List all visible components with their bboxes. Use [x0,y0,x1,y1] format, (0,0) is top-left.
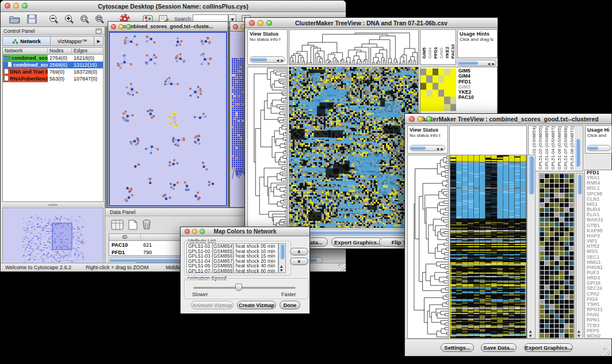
col-nodes[interactable]: Nodes [48,48,72,54]
tv1-column-dendrogram[interactable] [289,29,419,65]
tv1-button-export-graphics[interactable]: Export Graphics... [331,237,384,247]
tv2-button-save-data[interactable]: Save Data... [481,343,517,352]
tv2-status-scrollbar[interactable]: ◀ ▶ [410,145,445,151]
zoom-button[interactable] [200,229,205,234]
heatmap-cell[interactable] [444,83,450,90]
dialog-button-done[interactable]: Done [280,301,300,309]
minimize-button[interactable] [192,229,197,234]
tv2-button-export-graphics[interactable]: Export Graphics... [524,343,573,352]
tv2-heatmap[interactable] [450,155,527,339]
scroll-up-icon[interactable]: ▲ [577,329,580,333]
attribute-list-scrollbar[interactable]: ▲ ▼ [278,243,286,273]
heatmap-cell[interactable] [433,97,438,104]
tv2-column-label[interactable]: GPL51-04 (GSM857) [550,127,556,170]
zoom-button[interactable] [126,24,131,29]
scroll-down-icon[interactable]: ▼ [280,268,283,272]
heatmap-cell[interactable] [450,90,456,97]
close-button[interactable] [185,229,190,234]
scroll-left-icon[interactable]: ◀ [276,58,279,62]
scroll-up-icon[interactable]: ▲ [529,329,532,333]
dialog-button-animate-vizmap[interactable]: Animate Vizmap [191,301,234,309]
tv1-column-label[interactable]: PAC10 [450,31,456,59]
scroll-left-icon[interactable]: ◀ [436,147,439,151]
tv2-column-label[interactable]: GPL51-02 (GSM855) [538,127,543,170]
scroll-left-icon[interactable]: ◀ [487,62,490,66]
scroll-up-icon[interactable]: ▲ [280,264,283,268]
heatmap-cell[interactable] [450,75,456,82]
zoom-in-icon[interactable] [63,14,75,25]
tv2-gene-list[interactable]: PFD1YRA1RNR4MSL1SPC98CLN1NIS1BUD4ELG1MAK… [584,170,612,339]
attribute-table-icon[interactable] [111,220,123,230]
tv1-status-scrollbar[interactable]: ◀ ▶ [250,56,285,63]
dialog-titlebar[interactable]: Map Colors to Network [181,227,309,236]
dialog-button-create-vizmap[interactable]: Create Vizmap [237,301,276,309]
save-icon[interactable] [26,14,37,25]
tv1-column-label[interactable]: PFD1 [433,31,438,59]
heatmap-cell[interactable] [426,75,432,82]
birdseye-view[interactable] [2,208,104,266]
heatmap-cell[interactable] [438,90,444,97]
minimize-button[interactable] [118,24,124,29]
heatmap-cell[interactable] [420,90,426,97]
heatmap-cell[interactable] [438,83,444,90]
new-attribute-icon[interactable] [127,220,139,230]
open-folder-icon[interactable] [9,14,20,25]
tab-network[interactable]: Network [2,36,51,46]
tv2-submatrix-scrollbar[interactable]: ▲ ▼ [576,173,583,339]
float-panel-icon[interactable] [95,28,102,34]
heatmap-cell[interactable] [426,97,432,104]
heatmap-cell[interactable] [426,90,432,97]
tv1-column-label[interactable]: GIM3 [439,31,444,59]
heatmap-cell[interactable] [450,68,456,75]
heatmap-cell[interactable] [433,75,438,82]
heatmap-cell[interactable] [420,104,426,111]
tv2-column-label[interactable]: GPL51-06 (GSM865) [557,127,562,170]
heatmap-cell[interactable] [420,75,426,82]
attribute-list-item[interactable]: GPL51-07 (GSM868) heat shock 60 min [187,269,278,273]
tab-vizmapper[interactable]: VizMapper™ [51,36,94,46]
resize-grip[interactable] [603,348,610,355]
heatmap-cell[interactable] [420,83,426,90]
treeview2-titlebar[interactable]: ClusterMaker TreeView : combined_scores_… [405,114,611,124]
close-button[interactable] [5,3,10,9]
close-button[interactable] [233,24,238,29]
heatmap-cell[interactable] [450,97,456,104]
minimize-button[interactable] [418,116,423,122]
tv2-column-label[interactable]: GPL51-08 (GSM872) [569,127,575,170]
heatmap-cell[interactable] [426,104,432,111]
speed-slider-thumb[interactable] [235,283,242,291]
network-window-titlebar[interactable]: combined_scores_good.txt--cluste... [108,22,228,32]
heatmap-cell[interactable] [438,68,444,75]
tv1-heatmap[interactable] [289,67,419,228]
move-down-button[interactable]: ∨ [290,258,308,265]
tv2-column-label[interactable]: GPL51-03 (GSM856) [544,127,549,170]
heatmap-cell[interactable] [450,104,456,111]
resize-grip[interactable] [338,264,345,271]
tv2-submatrix[interactable] [539,173,575,339]
panel-splitter[interactable] [2,203,104,207]
heatmap-cell[interactable] [444,90,450,97]
heatmap-cell[interactable] [450,83,456,90]
heatmap-cell[interactable] [433,104,438,111]
network-canvas-area[interactable] [109,32,227,206]
close-button[interactable] [409,116,415,122]
tv1-column-label[interactable]: GIM4 [427,31,433,59]
network-row[interactable]: combined_sco2569(6)13112(15) [3,62,103,68]
heatmap-cell[interactable] [438,75,444,82]
heatmap-cell[interactable] [420,68,426,75]
heatmap-cell[interactable] [433,68,438,75]
scroll-down-icon[interactable]: ▼ [577,334,580,338]
move-up-button[interactable]: ∧ [290,248,308,255]
heatmap-cell[interactable] [426,68,432,75]
network-row[interactable]: RNAPuberNov2+563(0)107847(0) [3,75,103,82]
tv2-button-settings[interactable]: Settings... [441,343,474,352]
tv1-submatrix[interactable] [420,68,456,111]
tv1-row-dendrogram[interactable] [247,67,288,228]
tv1-row-label[interactable]: PAC10 [458,95,474,100]
tv2-usage-scrollbar[interactable] [587,145,611,151]
scroll-right-icon[interactable]: ▶ [281,58,284,62]
heatmap-cell[interactable] [433,90,438,97]
close-button[interactable] [111,24,116,29]
scroll-down-icon[interactable]: ▼ [529,334,532,338]
scroll-right-icon[interactable]: ▶ [492,62,495,66]
